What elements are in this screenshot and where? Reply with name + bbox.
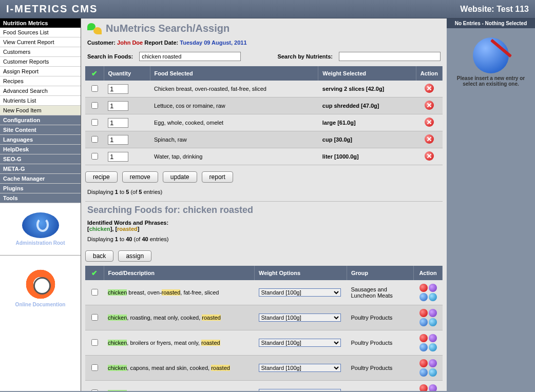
box-icon[interactable] [419, 343, 428, 351]
remove-button[interactable]: remove [122, 171, 158, 183]
sidebar-section-meta-g[interactable]: META-G [0, 164, 81, 174]
col-group[interactable]: Group [347, 266, 414, 280]
table-row: chicken breast, oven-roasted, fat-free, … [85, 280, 443, 305]
back-button[interactable]: back [85, 250, 113, 262]
weight-select[interactable]: Standard [100g] [259, 389, 341, 391]
sidebar-section-helpdesk[interactable]: HelpDesk [0, 145, 81, 154]
col-check[interactable]: ✔ [85, 266, 104, 280]
sidebar-item-customer-reports[interactable]: Customer Reports [0, 57, 81, 67]
box-icon[interactable] [419, 368, 428, 377]
row-checkbox[interactable] [91, 389, 98, 391]
delete-icon[interactable] [419, 309, 428, 317]
quantity-input[interactable] [108, 152, 128, 162]
sidebar-section-seo-g[interactable]: SEO-G [0, 154, 81, 164]
box-icon[interactable] [419, 318, 428, 326]
search-nutrients-input[interactable] [339, 52, 441, 61]
right-panel-message: Please insert a new entry or select an e… [450, 75, 532, 87]
delete-icon[interactable] [425, 84, 434, 93]
sidebar-section-configuration[interactable]: Configuration [0, 115, 81, 125]
weight-select[interactable]: Standard [100g] [259, 339, 341, 347]
row-checkbox[interactable] [91, 119, 98, 126]
row-checkbox[interactable] [91, 102, 98, 109]
col-weight[interactable]: Weight Selected [318, 66, 416, 81]
help-icon[interactable] [429, 284, 437, 292]
row-checkbox[interactable] [91, 136, 98, 143]
delete-icon[interactable] [425, 134, 434, 144]
row-checkbox[interactable] [91, 289, 98, 296]
row-checkbox[interactable] [91, 364, 98, 371]
col-quantity[interactable]: Quantity [104, 66, 150, 81]
search-foods-input[interactable] [139, 52, 241, 61]
row-checkbox[interactable] [91, 339, 98, 346]
sidebar-section-plugins[interactable]: Plugins [0, 184, 81, 193]
selected-buttons: recipe remove update report [85, 169, 443, 187]
group-cell: Poultry Products [347, 381, 414, 391]
info-icon[interactable] [429, 318, 437, 326]
help-icon[interactable] [429, 309, 437, 317]
help-icon[interactable] [429, 384, 437, 391]
website-label: Website: Test 113 [460, 5, 529, 14]
delete-icon[interactable] [419, 359, 428, 367]
sidebar-section-site-content[interactable]: Site Content [0, 125, 81, 135]
delete-icon[interactable] [425, 117, 434, 127]
app-title: I-METRICS CMS [6, 3, 98, 15]
table-row: Spinach, rawcup [30.0g] [85, 131, 443, 148]
quantity-input[interactable] [108, 118, 128, 128]
quantity-input[interactable] [108, 135, 128, 145]
box-icon[interactable] [419, 293, 428, 301]
sidebar-item-new-food-item[interactable]: New Food Item [0, 106, 81, 115]
delete-icon[interactable] [425, 151, 434, 161]
sidebar-item-food-sources-list[interactable]: Food Sources List [0, 28, 81, 37]
search-foods-label: Search in Foods: [87, 53, 133, 60]
group-cell: Poultry Products [347, 330, 414, 356]
results-buttons: back assign [85, 248, 443, 266]
sidebar-section-cache-manager[interactable]: Cache Manager [0, 174, 81, 184]
table-row: Chicken breast, oven-roasted, fat-free, … [85, 81, 443, 97]
update-button[interactable]: update [163, 171, 197, 183]
report-button[interactable]: report [202, 171, 233, 183]
help-icon[interactable] [429, 359, 437, 367]
col-food[interactable]: Food Selected [150, 66, 318, 81]
sidebar-head-nutrition[interactable]: Nutrition Metrics [0, 18, 81, 28]
col-action: Action [414, 266, 443, 280]
sidebar-item-assign-report[interactable]: Assign Report [0, 67, 81, 76]
sidebar-item-view-current-report[interactable]: View Current Report [0, 37, 81, 47]
weight-select[interactable]: Standard [100g] [259, 313, 341, 322]
weight-select[interactable]: Standard [100g] [259, 364, 341, 372]
group-cell: Poultry Products [347, 305, 414, 330]
sidebar-item-customers[interactable]: Customers [0, 47, 81, 57]
delete-icon[interactable] [419, 284, 428, 292]
info-icon[interactable] [429, 368, 437, 377]
row-checkbox[interactable] [91, 314, 98, 321]
food-cell: Egg, whole, cooked, omelet [150, 114, 318, 131]
recipe-button[interactable]: recipe [85, 171, 118, 183]
info-icon[interactable] [429, 293, 437, 301]
lifebuoy-icon [22, 269, 59, 300]
sidebar-item-advanced-search[interactable]: Advanced Search [0, 86, 81, 96]
admin-root-block[interactable]: Administration Root [0, 203, 81, 251]
sidebar-item-nutrients-list[interactable]: Nutrients List [0, 96, 81, 106]
col-food-desc[interactable]: Food/Description [104, 266, 255, 280]
weight-cell: large [61.0g] [318, 114, 416, 131]
sidebar-section-languages[interactable]: Languages [0, 135, 81, 145]
weight-cell: cup shredded [47.0g] [318, 97, 416, 114]
col-check[interactable]: ✔ [85, 66, 104, 81]
quantity-input[interactable] [108, 101, 128, 111]
online-docs-block[interactable]: Online Documention [0, 260, 81, 312]
check-icon: ✔ [91, 69, 98, 77]
globe-tools-icon [473, 37, 509, 73]
delete-icon[interactable] [419, 384, 428, 391]
delete-icon[interactable] [419, 334, 428, 342]
assign-button[interactable]: assign [118, 250, 151, 262]
col-weight-options[interactable]: Weight Options [255, 266, 347, 280]
row-checkbox[interactable] [91, 85, 98, 92]
admin-root-label: Administration Root [0, 240, 81, 246]
row-checkbox[interactable] [91, 153, 98, 160]
quantity-input[interactable] [108, 84, 128, 94]
info-icon[interactable] [429, 343, 437, 351]
weight-select[interactable]: Standard [100g] [259, 288, 341, 297]
sidebar-section-tools[interactable]: Tools [0, 193, 81, 203]
delete-icon[interactable] [425, 101, 434, 110]
sidebar-item-recipes[interactable]: Recipes [0, 76, 81, 86]
help-icon[interactable] [429, 334, 437, 342]
